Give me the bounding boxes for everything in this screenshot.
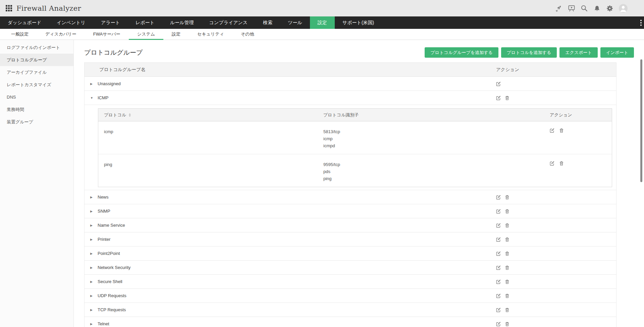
user-avatar[interactable] (619, 4, 628, 13)
sidebar-item-report-customize[interactable]: レポートカスタマイズ (0, 78, 73, 91)
expand-icon[interactable]: ▶ (90, 252, 94, 255)
group-row-network-security[interactable]: ▶Network Security (85, 261, 616, 275)
sidebar-item-protocol-groups[interactable]: プロトコルグループ (0, 54, 73, 66)
apps-grid-icon[interactable] (6, 5, 12, 11)
edit-icon[interactable] (496, 223, 501, 228)
edit-icon[interactable] (496, 322, 501, 326)
sub-tab-system[interactable]: システム (129, 29, 163, 40)
edit-icon[interactable] (496, 251, 501, 256)
nav-item-alerts[interactable]: アラート (93, 16, 128, 29)
trash-icon[interactable] (505, 279, 509, 284)
column-header-protocol[interactable]: プロトコル (98, 112, 323, 118)
sub-tab-discovery[interactable]: ディスカバリー (37, 29, 85, 40)
group-row-point2point[interactable]: ▶Point2Point (85, 247, 616, 261)
trash-icon[interactable] (505, 251, 509, 256)
sub-tab-general-settings[interactable]: 一般設定 (3, 29, 37, 40)
export-button[interactable]: エクスポート (559, 47, 598, 58)
nav-item-rule-management[interactable]: ルール管理 (162, 16, 202, 29)
nav-item-search[interactable]: 検索 (255, 16, 280, 29)
protocol-identifiers: 9595/tcppdsping (323, 161, 548, 182)
group-row-udp-requests[interactable]: ▶UDP Requests (85, 289, 616, 303)
trash-icon[interactable] (505, 96, 509, 100)
group-name: Printer (98, 237, 110, 242)
sub-tab-security[interactable]: セキュリティ (189, 29, 232, 40)
expand-icon[interactable]: ▶ (90, 210, 94, 213)
kebab-menu-icon[interactable] (640, 16, 642, 29)
group-row-icmp[interactable]: ▼ICMP (85, 91, 616, 105)
table-header-row: プロトコルグループ名 アクション (85, 63, 616, 77)
nav-item-support[interactable]: サポート(米国) (335, 16, 382, 29)
expand-icon[interactable]: ▶ (90, 224, 94, 227)
trash-icon[interactable] (505, 237, 509, 242)
expand-icon[interactable]: ▶ (90, 294, 94, 297)
trash-icon[interactable] (505, 223, 509, 228)
group-row-printer[interactable]: ▶Printer (85, 232, 616, 247)
sidebar-item-device-groups[interactable]: 装置グループ (0, 116, 73, 128)
protocol-identifiers: 5813/tcpicmpicmpd (323, 128, 548, 149)
group-name: ICMP (98, 95, 109, 100)
presentation-icon[interactable] (568, 5, 575, 12)
bell-icon[interactable] (593, 5, 601, 12)
nav-item-dashboard[interactable]: ダッシュボード (0, 16, 49, 29)
group-name-cell: ▼ICMP (85, 95, 495, 100)
trash-icon[interactable] (505, 265, 509, 270)
trash-icon[interactable] (505, 322, 509, 326)
group-row-telnet[interactable]: ▶Telnet (85, 317, 616, 327)
group-row-snmp[interactable]: ▶SNMP (85, 204, 616, 218)
edit-icon[interactable] (496, 96, 501, 100)
nav-item-settings[interactable]: 設定 (310, 16, 335, 29)
gear-icon[interactable] (606, 5, 613, 12)
edit-icon[interactable] (496, 237, 501, 242)
add-protocol-group-button[interactable]: プロトコルグループを追加する (425, 47, 498, 58)
edit-icon[interactable] (550, 128, 554, 133)
expand-icon[interactable]: ▶ (90, 196, 94, 199)
group-row-secure-shell[interactable]: ▶Secure Shell (85, 275, 616, 289)
group-name-cell: ▶Printer (85, 237, 495, 242)
edit-icon[interactable] (496, 308, 501, 312)
sidebar-item-archive-files[interactable]: アーカイブファイル (0, 66, 73, 78)
expand-icon[interactable]: ▶ (90, 308, 94, 312)
nav-item-compliance[interactable]: コンプライアンス (202, 16, 256, 29)
trash-icon[interactable] (505, 293, 509, 298)
group-row-news[interactable]: ▶News (85, 190, 616, 204)
group-actions-cell (495, 322, 616, 326)
trash-icon[interactable] (505, 308, 509, 312)
edit-icon[interactable] (496, 81, 501, 86)
edit-icon[interactable] (496, 195, 501, 200)
nav-item-inventory[interactable]: インベントリ (49, 16, 93, 29)
sidebar-item-dns[interactable]: DNS (0, 91, 73, 103)
edit-icon[interactable] (496, 209, 501, 214)
nav-item-reports[interactable]: レポート (128, 16, 162, 29)
search-icon[interactable] (581, 5, 588, 12)
trash-icon[interactable] (559, 161, 564, 166)
sub-tab-fwa-server[interactable]: FWAサーバー (85, 29, 129, 40)
expand-icon[interactable]: ▶ (90, 280, 94, 283)
trash-icon[interactable] (505, 209, 509, 214)
trash-icon[interactable] (505, 195, 509, 200)
group-row-unassigned[interactable]: ▶Unassigned (85, 77, 616, 91)
group-row-name-service[interactable]: ▶Name Service (85, 218, 616, 232)
edit-icon[interactable] (550, 161, 554, 166)
group-row-tcp-requests[interactable]: ▶TCP Requests (85, 303, 616, 317)
sub-tab-others[interactable]: その他 (232, 29, 263, 40)
rocket-icon[interactable] (555, 5, 562, 12)
edit-icon[interactable] (496, 293, 501, 298)
expand-icon[interactable]: ▶ (90, 322, 94, 326)
add-protocol-button[interactable]: プロトコルを追加する (501, 47, 557, 58)
trash-icon[interactable] (559, 128, 564, 133)
sub-tab-settings[interactable]: 設定 (163, 29, 189, 40)
import-button[interactable]: インポート (600, 47, 634, 58)
sort-icon[interactable] (129, 113, 131, 117)
sidebar-item-log-file-import[interactable]: ログファイルのインポート (0, 41, 73, 54)
expand-icon[interactable]: ▶ (90, 266, 94, 269)
expand-icon[interactable]: ▶ (90, 82, 94, 86)
sidebar: ログファイルのインポートプロトコルグループアーカイブファイルレポートカスタマイズ… (0, 40, 74, 327)
scrollbar-thumb[interactable] (640, 59, 642, 182)
collapse-icon[interactable]: ▼ (90, 96, 94, 100)
edit-icon[interactable] (496, 279, 501, 284)
identifier-value: pds (323, 168, 548, 175)
nav-item-tools[interactable]: ツール (280, 16, 310, 29)
expand-icon[interactable]: ▶ (90, 238, 94, 241)
edit-icon[interactable] (496, 265, 501, 270)
sidebar-item-business-hours[interactable]: 業務時間 (0, 103, 73, 116)
